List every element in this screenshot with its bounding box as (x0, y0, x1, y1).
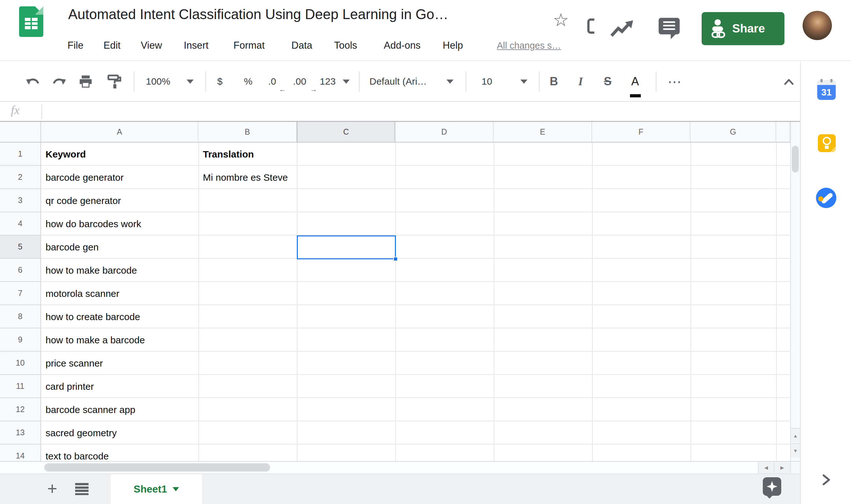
menu-data[interactable]: Data (291, 36, 312, 55)
share-button[interactable]: Share (701, 12, 784, 45)
explore-button[interactable] (763, 477, 781, 496)
cell-a3[interactable]: qr code generator (46, 189, 194, 212)
cell-b2[interactable]: Mi nombre es Steve (203, 166, 295, 189)
menu-insert[interactable]: Insert (184, 36, 209, 55)
italic-button[interactable]: I (578, 62, 583, 101)
menu-view[interactable]: View (141, 36, 162, 55)
redo-icon[interactable] (52, 74, 67, 88)
zoom-caret-icon (187, 79, 194, 84)
cell-a4[interactable]: how do barcodes work (46, 212, 194, 235)
menu-format[interactable]: Format (233, 36, 265, 55)
cell-a11[interactable]: card printer (46, 375, 194, 398)
print-icon[interactable] (79, 74, 93, 88)
expand-side-panel-icon[interactable] (821, 473, 831, 486)
format-percent-button[interactable]: % (244, 62, 253, 101)
row-number[interactable]: 4 (0, 212, 40, 235)
column-header-d[interactable]: D (395, 122, 494, 142)
cell-a12[interactable]: barcode scanner app (46, 398, 194, 421)
vertical-scrollbar-thumb[interactable] (792, 146, 799, 173)
more-toolbar-button[interactable]: ⋯ (667, 62, 681, 101)
row-number[interactable]: 9 (0, 328, 40, 352)
scroll-up-button[interactable]: ▲ (790, 428, 800, 443)
insights-trend-icon[interactable] (610, 20, 635, 38)
collapse-toolbar-icon[interactable] (783, 78, 794, 86)
spreadsheet-grid[interactable]: 1 2 3 4 5 6 7 8 9 10 11 12 13 14 Keyword… (0, 143, 790, 461)
row-number[interactable]: 8 (0, 305, 40, 328)
cell-a13[interactable]: sacred geometry (46, 421, 194, 445)
number-format-button[interactable]: 123 (320, 62, 336, 101)
formula-bar-divider (41, 104, 42, 119)
row-number-selected[interactable]: 5 (0, 235, 40, 259)
column-header-f[interactable]: F (592, 122, 691, 142)
vertical-scrollbar-track[interactable] (790, 122, 800, 461)
column-header-b[interactable]: B (198, 122, 297, 142)
menu-edit[interactable]: Edit (104, 36, 120, 55)
keep-bulb (823, 137, 831, 145)
font-family-select[interactable]: Default (Ari… (369, 62, 427, 101)
menu-tools[interactable]: Tools (334, 36, 357, 55)
comment-icon[interactable] (659, 18, 680, 34)
google-tasks-icon[interactable] (816, 188, 836, 208)
increase-decimal-button[interactable]: .00 (293, 62, 307, 101)
all-sheets-menu-icon[interactable] (75, 483, 89, 495)
column-header-e[interactable]: E (494, 122, 592, 142)
row-number[interactable]: 1 (0, 143, 40, 166)
cell-a9[interactable]: how to make a barcode (46, 328, 194, 352)
menu-file[interactable]: File (68, 36, 84, 55)
cell-a2[interactable]: barcode generator (46, 166, 194, 189)
user-avatar[interactable] (803, 11, 832, 40)
cell-b1[interactable]: Translation (203, 143, 295, 166)
scroll-down-button[interactable]: ▼ (790, 443, 800, 457)
font-size-select[interactable]: 10 (482, 62, 492, 101)
cell-a5[interactable]: barcode gen (46, 235, 194, 259)
row-number[interactable]: 11 (0, 375, 40, 398)
formula-input[interactable] (48, 102, 793, 121)
row-number[interactable]: 6 (0, 259, 40, 282)
column-header-c[interactable]: C (297, 122, 395, 142)
star-icon[interactable]: ☆ (553, 10, 569, 30)
row-number[interactable]: 3 (0, 189, 40, 212)
column-header-partial[interactable] (776, 122, 790, 142)
row-number[interactable]: 2 (0, 166, 40, 189)
explore-sparkle-icon (767, 481, 778, 492)
row-number[interactable]: 12 (0, 398, 40, 421)
cell-a10[interactable]: price scanner (46, 352, 194, 375)
row-number[interactable]: 14 (0, 445, 40, 461)
fill-handle[interactable] (393, 257, 398, 261)
cell-a8[interactable]: how to create barcode (46, 305, 194, 328)
select-all-corner[interactable] (0, 122, 41, 142)
grid-line (691, 143, 691, 461)
row-number[interactable]: 13 (0, 421, 40, 445)
scroll-right-button[interactable]: ▶ (774, 461, 790, 473)
scroll-left-button[interactable]: ◀ (758, 461, 774, 473)
save-status-link[interactable]: All changes s… (497, 36, 561, 55)
strikethrough-button[interactable]: S (604, 62, 611, 101)
toolbar: 100% $ % .0 ← .00 → 123 Default (Ari… 10… (0, 62, 800, 102)
column-header-a[interactable]: A (41, 122, 198, 142)
sheet-tab-active[interactable]: Sheet1 (111, 474, 202, 504)
cell-a7[interactable]: motorola scanner (46, 282, 194, 305)
row-number[interactable]: 10 (0, 352, 40, 375)
comment-line (663, 28, 675, 30)
document-title[interactable]: Automated Intent Classification Using De… (68, 6, 448, 22)
google-keep-icon[interactable] (818, 134, 836, 152)
add-sheet-button[interactable]: + (41, 473, 63, 503)
horizontal-scrollbar-thumb[interactable] (44, 463, 270, 471)
decrease-decimal-button[interactable]: .0 (268, 62, 276, 101)
menu-help[interactable]: Help (443, 36, 463, 55)
menu-addons[interactable]: Add-ons (384, 36, 420, 55)
sheets-logo-icon[interactable] (19, 6, 43, 37)
row-number[interactable]: 7 (0, 282, 40, 305)
cell-a14[interactable]: text to barcode (46, 445, 194, 461)
cell-a6[interactable]: how to make barcode (46, 259, 194, 282)
move-to-folder-icon[interactable] (587, 18, 594, 34)
selected-cell-c5[interactable] (297, 235, 396, 259)
format-currency-button[interactable]: $ (217, 62, 223, 101)
bold-button[interactable]: B (550, 62, 558, 101)
paint-format-icon[interactable] (107, 74, 122, 89)
undo-icon[interactable] (25, 74, 40, 88)
cell-a1[interactable]: Keyword (46, 143, 194, 166)
google-calendar-icon[interactable]: 31 (817, 80, 836, 100)
column-header-g[interactable]: G (691, 122, 776, 142)
zoom-select[interactable]: 100% (146, 62, 170, 101)
